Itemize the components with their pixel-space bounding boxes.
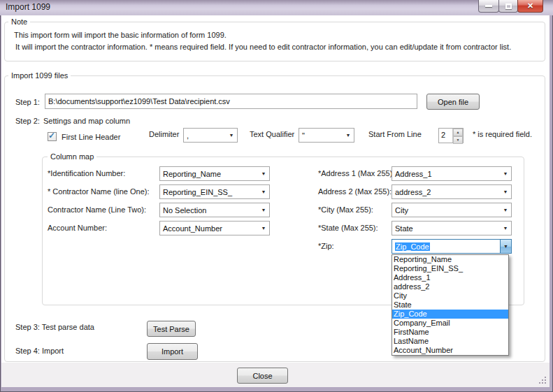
test-parse-button[interactable]: Test Parse — [147, 321, 196, 337]
open-file-button[interactable]: Open file — [426, 94, 480, 110]
combo-value: City — [392, 206, 500, 215]
step1-label: Step 1: — [15, 98, 40, 106]
delimiter-select[interactable]: , ▼ — [183, 128, 238, 143]
combo-value: Address_1 — [392, 170, 500, 178]
address1-select[interactable]: Address_1 ▼ — [392, 166, 512, 181]
start-from-line-label: Start From Line — [368, 130, 422, 138]
chevron-down-icon: ▼ — [500, 167, 511, 180]
chevron-down-icon: ▼ — [226, 129, 237, 142]
step2-label: Step 2: — [15, 117, 40, 125]
title-bar[interactable]: Import 1099 ✕ — [0, 0, 553, 15]
chevron-down-icon: ▼ — [258, 203, 269, 217]
minimize-button[interactable] — [478, 0, 499, 13]
dropdown-item[interactable]: Reporting_EIN_SS_ — [392, 264, 508, 273]
dropdown-item[interactable]: FirstName — [392, 328, 508, 337]
note-groupbox — [4, 22, 545, 61]
identification-number-select[interactable]: Reporting_Name ▼ — [159, 166, 270, 181]
chevron-down-icon: ▼ — [500, 185, 511, 198]
note-group-title: Note — [8, 17, 30, 26]
combo-value: Reporting_EIN_SS_ — [160, 188, 258, 196]
column-map-group-title: Column map — [48, 152, 96, 161]
spin-up-icon[interactable]: ▲ — [453, 129, 463, 136]
first-line-header-checkbox[interactable]: ✓ — [48, 132, 57, 141]
address2-label: Address 2 (Max 255): — [318, 187, 392, 196]
text-qualifier-select[interactable]: " ▼ — [299, 128, 354, 143]
state-select[interactable]: State ▼ — [392, 221, 512, 235]
start-from-line-stepper[interactable]: 2 ▲ ▼ — [438, 128, 464, 143]
window-title: Import 1099 — [6, 2, 50, 12]
combo-value: Account_Number — [160, 224, 258, 233]
dropdown-item[interactable]: City — [392, 291, 508, 300]
step3-label: Step 3: Test parse data — [15, 323, 94, 331]
city-label: *City (Max 255): — [318, 205, 373, 214]
chevron-down-icon: ▼ — [258, 185, 269, 198]
step2-title: Settings and map column — [43, 117, 130, 125]
step4-label: Step 4: Import — [15, 347, 64, 355]
state-label: *State (Max 255): — [318, 224, 378, 232]
import-1099-dialog: Import 1099 ✕ Note This import form will… — [0, 0, 553, 392]
combo-value: Zip_Code — [392, 242, 500, 251]
dropdown-item[interactable]: Company_Email — [392, 319, 508, 328]
dropdown-item[interactable]: LastName — [392, 337, 508, 346]
identification-number-label: *Identification Number: — [48, 169, 125, 177]
maximize-button[interactable] — [498, 0, 518, 13]
city-select[interactable]: City ▼ — [392, 203, 512, 217]
dropdown-item[interactable]: State — [392, 300, 508, 310]
chevron-down-icon: ▼ — [500, 222, 511, 235]
contractor-name-two-label: Contractor Name (Line Two): — [48, 205, 146, 214]
dropdown-item[interactable]: Reporting_Name — [392, 255, 508, 264]
spin-down-icon[interactable]: ▼ — [453, 136, 463, 144]
account-number-label: Account Number: — [48, 224, 107, 232]
chevron-down-icon: ▼ — [500, 203, 511, 217]
close-button[interactable]: Close — [237, 368, 288, 384]
required-field-note: * is required field. — [473, 130, 532, 138]
chevron-down-icon: ▼ — [258, 222, 269, 235]
zip-select[interactable]: Zip_Code ▼ — [392, 239, 512, 254]
combo-value: Reporting_Name — [160, 170, 258, 178]
spinner-buttons: ▲ ▼ — [452, 129, 463, 143]
chevron-down-icon: ▼ — [343, 129, 354, 142]
chevron-down-icon: ▼ — [500, 240, 511, 253]
maximize-icon — [505, 3, 512, 9]
chevron-down-icon: ▼ — [258, 167, 269, 180]
file-path-input[interactable] — [45, 94, 417, 109]
combo-value: State — [392, 224, 500, 233]
first-line-header-label: First Line Header — [62, 133, 120, 141]
delimiter-label: Delimiter — [149, 130, 179, 138]
delimiter-value: , — [184, 131, 226, 140]
text-qualifier-label: Text Qualifier — [250, 130, 294, 138]
contractor-name-one-label: * Contractor Name (line One): — [48, 187, 150, 196]
account-number-select[interactable]: Account_Number ▼ — [159, 221, 270, 235]
combo-value: No Selection — [160, 206, 258, 215]
import-files-group-title: Import 1099 files — [8, 71, 71, 80]
close-window-button[interactable]: ✕ — [517, 0, 543, 13]
contractor-name-one-select[interactable]: Reporting_EIN_SS_ ▼ — [159, 184, 270, 199]
address1-label: *Address 1 (Max 255): — [318, 169, 394, 177]
contractor-name-two-select[interactable]: No Selection ▼ — [159, 203, 270, 217]
note-line1: This import form will import the basic i… — [14, 31, 227, 39]
address2-select[interactable]: address_2 ▼ — [392, 184, 512, 199]
dropdown-item-selected[interactable]: Zip_Code — [392, 310, 508, 319]
dropdown-item[interactable]: address_2 — [392, 282, 508, 291]
window-controls: ✕ — [479, 0, 543, 13]
dropdown-item[interactable]: Address_1 — [392, 273, 508, 282]
resize-grip-icon[interactable] — [545, 382, 546, 384]
text-qualifier-value: " — [299, 131, 343, 140]
combo-value: address_2 — [392, 188, 500, 196]
dropdown-item[interactable]: Account_Number — [392, 346, 508, 355]
start-from-line-value: 2 — [439, 129, 452, 143]
zip-label: *Zip: — [318, 242, 334, 250]
import-button[interactable]: Import — [147, 343, 198, 360]
zip-dropdown-list: Reporting_Name Reporting_EIN_SS_ Address… — [392, 254, 509, 356]
minimize-icon — [485, 5, 492, 7]
close-icon: ✕ — [527, 2, 533, 10]
check-icon: ✓ — [48, 131, 55, 140]
note-line2: It will import the contractor informatio… — [15, 43, 511, 51]
